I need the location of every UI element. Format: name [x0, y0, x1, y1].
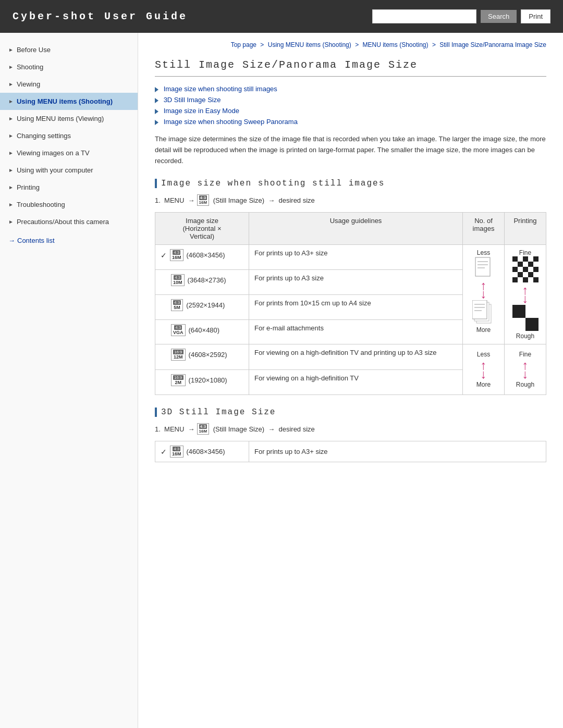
image-size-cell: 4:3 5M (2592×1944): [155, 294, 249, 319]
table-row: ✓ 4:3 16M (4608×3456) For prints up to A…: [155, 441, 546, 462]
col-header-printing: Printing: [505, 213, 546, 245]
sidebar-item-printing[interactable]: ► Printing: [0, 179, 138, 196]
sidebar-item-label: Before Use: [17, 46, 51, 54]
toc: Image size when shooting still images 3D…: [155, 85, 546, 126]
contents-link-label: Contents list: [17, 237, 55, 244]
sidebar-item-using-menu-viewing[interactable]: ► Using MENU items (Viewing): [0, 110, 138, 127]
size-badge: 4:3 16M: [170, 249, 183, 261]
image-size-cell: ✓ 4:3 16M (4608×3456): [155, 441, 249, 462]
svg-rect-14: [518, 262, 523, 267]
checkmark-icon: ✓: [161, 448, 167, 456]
arrow-icon: ►: [8, 202, 14, 207]
sidebar-item-label: Troubleshooting: [17, 201, 65, 208]
arrow-down-icon: ↓: [522, 292, 529, 305]
image-size-cell: ✓ 4:3 16M (4608×3456): [155, 245, 249, 270]
image-size-table: Image size(Horizontal ×Vertical) Usage g…: [155, 212, 546, 395]
sidebar-item-viewing-tv[interactable]: ► Viewing images on a TV: [0, 144, 138, 162]
toc-arrow-icon: [155, 98, 158, 103]
search-input[interactable]: [372, 9, 476, 23]
main-layout: ► Before Use ► Shooting ► Viewing ► Usin…: [0, 33, 563, 728]
sidebar-item-precautions[interactable]: ► Precautions/About this camera: [0, 213, 138, 230]
svg-rect-13: [533, 256, 538, 262]
printing-cell-group1: Fine: [505, 245, 546, 344]
arrow-icon: ►: [8, 167, 14, 173]
search-button[interactable]: Search: [481, 10, 517, 23]
sidebar-item-shooting[interactable]: ► Shooting: [0, 58, 138, 76]
sidebar-item-label: Using MENU items (Shooting): [17, 97, 113, 105]
size-badge: 4:3 16M: [170, 446, 183, 458]
sidebar-item-changing-settings[interactable]: ► Changing settings: [0, 127, 138, 144]
header-controls: Search Print: [372, 9, 550, 23]
size-badge: 16:9 12M: [171, 349, 186, 361]
image-size-cell: 16:9 12M (4608×2592): [155, 344, 249, 370]
col-header-image-size: Image size(Horizontal ×Vertical): [155, 213, 249, 245]
size-badge: 4:3 10M: [171, 274, 185, 286]
svg-rect-20: [528, 272, 533, 277]
main-content: Top page > Using MENU items (Shooting) >…: [138, 33, 563, 728]
arrow-icon: ►: [8, 116, 14, 121]
sidebar-item-label: Printing: [17, 183, 40, 191]
rough-checker-icon: [512, 305, 538, 331]
toc-arrow-icon: [155, 120, 158, 125]
svg-rect-19: [518, 272, 523, 277]
menu-icon-43: 4:3 16M: [197, 194, 210, 206]
sidebar-item-label: Using MENU items (Viewing): [17, 115, 104, 122]
usage-cell: For e-mail attachments: [249, 319, 463, 344]
sidebar-item-viewing[interactable]: ► Viewing: [0, 76, 138, 93]
sidebar-item-label: Changing settings: [17, 132, 71, 140]
header: Cyber-shot User Guide Search Print: [0, 0, 563, 33]
breadcrumb-current[interactable]: Still Image Size/Panorama Image Size: [439, 41, 546, 48]
image-size-cell: 4:3 10M (3648×2736): [155, 270, 249, 295]
arrow-down-icon: ↓: [481, 368, 487, 380]
sidebar: ► Before Use ► Shooting ► Viewing ► Usin…: [0, 33, 138, 728]
page-icon: [474, 256, 493, 279]
sidebar-item-label: Shooting: [17, 63, 43, 71]
toc-link-2[interactable]: 3D Still Image Size: [155, 96, 546, 104]
sidebar-item-before-use[interactable]: ► Before Use: [0, 41, 138, 58]
rough-label: Rough: [516, 332, 534, 340]
arrow-right-icon: →: [8, 237, 15, 244]
more-label: More: [476, 326, 491, 334]
sidebar-item-troubleshooting[interactable]: ► Troubleshooting: [0, 196, 138, 213]
arrow-icon: ►: [8, 81, 14, 87]
image-size-cell: 16:9 2M (1920×1080): [155, 369, 249, 395]
svg-rect-0: [475, 257, 490, 276]
no-of-images-cell-group1: Less ↑ ↓: [463, 245, 505, 344]
print-button[interactable]: Print: [521, 9, 550, 23]
toc-link-1[interactable]: Image size when shooting still images: [155, 85, 546, 93]
breadcrumb: Top page > Using MENU items (Shooting) >…: [155, 41, 546, 48]
sidebar-item-label: Using with your computer: [17, 166, 93, 174]
section1-heading: Image size when shooting still images: [155, 179, 546, 188]
table-row: 16:9 12M (4608×2592) For viewing on a hi…: [155, 344, 546, 370]
toc-arrow-icon: [155, 109, 158, 114]
sidebar-item-label: Viewing: [17, 80, 40, 88]
toc-link-4[interactable]: Image size when shooting Sweep Panorama: [155, 118, 546, 126]
page-description: The image size determines the size of th…: [155, 134, 546, 166]
arrow-down-icon: ↓: [481, 288, 487, 300]
sidebar-item-label: Viewing images on a TV: [17, 149, 90, 157]
arrow-icon: ►: [8, 184, 14, 190]
rough-label: Rough: [516, 381, 534, 388]
breadcrumb-menu-items[interactable]: MENU items (Shooting): [362, 41, 428, 48]
arrow-icon: ►: [8, 150, 14, 156]
sidebar-item-label: Precautions/About this camera: [17, 218, 109, 226]
usage-cell: For prints up to A3+ size: [249, 441, 546, 462]
usage-cell: For prints from 10×15 cm up to A4 size: [249, 294, 463, 319]
page-title: Still Image Size/Panorama Image Size: [155, 59, 546, 77]
toc-arrow-icon: [155, 87, 158, 92]
svg-rect-18: [533, 267, 538, 272]
printing-cell-group2: Fine ↑ ↓ Rough: [505, 344, 546, 395]
toc-link-3[interactable]: Image size in Easy Mode: [155, 107, 546, 115]
breadcrumb-top[interactable]: Top page: [231, 41, 256, 48]
less-label: Less: [477, 249, 490, 256]
fine-label: Fine: [519, 351, 531, 358]
breadcrumb-using-menu-shooting[interactable]: Using MENU items (Shooting): [268, 41, 351, 48]
sidebar-item-using-menu-shooting[interactable]: ► Using MENU items (Shooting): [0, 93, 138, 110]
size-badge: 16:9 2M: [171, 374, 186, 386]
arrow-icon: ►: [8, 47, 14, 53]
col-header-usage: Usage guidelines: [249, 213, 463, 245]
contents-list-link[interactable]: → Contents list: [0, 230, 138, 251]
usage-cell: For viewing on a high-definition TV: [249, 369, 463, 395]
sidebar-item-using-computer[interactable]: ► Using with your computer: [0, 162, 138, 179]
svg-rect-26: [525, 318, 538, 331]
